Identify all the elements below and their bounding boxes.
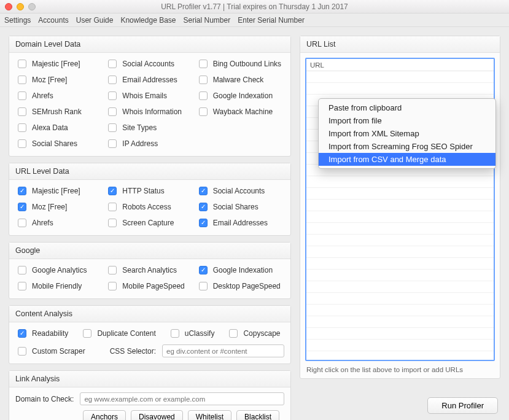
maximize-icon[interactable] — [28, 3, 36, 10]
ctx-import-from-screaming-frog-seo-spider[interactable]: Import from Screaming Frog SEO Spider — [319, 140, 495, 153]
checkbox-url-social-accounts[interactable]: Social Accounts — [196, 185, 284, 197]
domain-to-check-input[interactable] — [80, 392, 284, 405]
menu-settings[interactable]: Settings — [4, 16, 31, 25]
panel-domain-level: Domain Level Data Majestic [Free]Social … — [9, 36, 291, 157]
url-row[interactable] — [306, 305, 494, 316]
menu-enter-serial-number[interactable]: Enter Serial Number — [238, 16, 305, 25]
checkbox-label: SEMrush Rank — [32, 107, 82, 116]
panel-url-list: URL List URL Right click on the list abo… — [300, 36, 500, 379]
checkbox-label: Moz [Free] — [32, 203, 67, 211]
checkbox-domain-whois-emails[interactable]: Whois Emails — [106, 90, 193, 102]
button-disavowed[interactable]: Disavowed — [131, 410, 183, 420]
checkbox-domain-alexa-data[interactable]: Alexa Data — [15, 122, 103, 134]
checkbox-label: Whois Emails — [122, 91, 167, 100]
checkbox-domain-ip-address[interactable]: IP Address — [106, 138, 193, 150]
panel-url-level: URL Level Data Majestic [Free]HTTP Statu… — [9, 163, 291, 236]
checkbox-domain-bing-outbound-links[interactable]: Bing Outbound Links — [196, 58, 284, 70]
checkbox-google-mobile-pagespeed[interactable]: Mobile PageSpeed — [106, 280, 193, 292]
url-row[interactable] — [306, 340, 494, 351]
panel-google: Google Google AnalyticsSearch AnalyticsG… — [9, 242, 291, 299]
domain-to-check-label: Domain to Check: — [15, 395, 74, 403]
menu-serial-number[interactable]: Serial Number — [184, 16, 231, 25]
checkbox-google-google-indexation[interactable]: Google Indexation — [196, 264, 284, 276]
checkbox-google-search-analytics[interactable]: Search Analytics — [106, 264, 193, 276]
checkbox-url-moz-free[interactable]: Moz [Free] — [15, 201, 103, 213]
context-menu[interactable]: Paste from clipboardImport from fileImpo… — [318, 98, 496, 169]
checkbox-label: IP Address — [122, 139, 158, 148]
checkbox-url-screen-capture[interactable]: Screen Capture — [106, 217, 193, 229]
menu-accounts[interactable]: Accounts — [38, 16, 68, 25]
css-selector-input[interactable] — [162, 344, 284, 357]
url-row[interactable] — [306, 211, 494, 223]
url-row[interactable] — [306, 281, 494, 293]
checkbox-label: Desktop PageSpeed — [213, 282, 281, 290]
url-row[interactable] — [306, 235, 494, 246]
checkbox-content-uclassify[interactable]: uClassify — [168, 327, 215, 340]
checkbox-url-social-shares[interactable]: Social Shares — [196, 201, 284, 213]
checkbox-label: Screen Capture — [122, 219, 174, 227]
url-row[interactable] — [306, 351, 494, 361]
checkbox-content-copyscape[interactable]: Copyscape — [227, 327, 280, 340]
close-icon[interactable] — [5, 3, 12, 10]
checkbox-custom-scraper[interactable]: Custom Scraper — [15, 345, 85, 357]
checkbox-domain-site-types[interactable]: Site Types — [106, 122, 193, 134]
button-anchors[interactable]: Anchors — [83, 410, 126, 420]
panel-google-title: Google — [9, 243, 290, 259]
checkbox-label: Duplicate Content — [97, 329, 155, 338]
checkbox-domain-social-accounts[interactable]: Social Accounts — [106, 58, 193, 70]
button-whitelist[interactable]: Whitelist — [188, 410, 231, 420]
url-row[interactable] — [306, 270, 494, 281]
window-title: URL Profiler v1.77 | Trial expires on Th… — [5, 2, 504, 11]
url-row[interactable] — [306, 293, 494, 305]
menu-user-guide[interactable]: User Guide — [76, 16, 114, 25]
url-row[interactable] — [306, 83, 494, 95]
url-row[interactable] — [306, 176, 494, 188]
minimize-icon[interactable] — [17, 3, 24, 10]
menubar: Settings Accounts User Guide Knowledge B… — [0, 14, 509, 27]
checkbox-domain-majestic-free[interactable]: Majestic [Free] — [15, 58, 103, 70]
checkbox-label: Google Indexation — [213, 91, 273, 100]
checkbox-label: Search Analytics — [122, 266, 177, 274]
menu-knowledge-base[interactable]: Knowledge Base — [120, 16, 176, 25]
url-row[interactable] — [306, 200, 494, 211]
checkbox-url-robots-access[interactable]: Robots Access — [106, 201, 193, 213]
url-row[interactable] — [306, 188, 494, 200]
url-row[interactable] — [306, 71, 494, 83]
checkbox-domain-social-shares[interactable]: Social Shares — [15, 138, 103, 150]
ctx-paste-from-clipboard[interactable]: Paste from clipboard — [319, 101, 495, 114]
url-row[interactable] — [306, 223, 494, 235]
checkbox-google-mobile-friendly[interactable]: Mobile Friendly — [15, 280, 103, 292]
ctx-import-from-file[interactable]: Import from file — [319, 114, 495, 127]
checkbox-label: uClassify — [185, 329, 215, 338]
checkbox-domain-ahrefs[interactable]: Ahrefs — [15, 90, 103, 102]
checkbox-domain-semrush-rank[interactable]: SEMrush Rank — [15, 106, 103, 118]
button-blacklist[interactable]: Blacklist — [236, 410, 279, 420]
checkbox-url-ahrefs[interactable]: Ahrefs — [15, 217, 103, 229]
url-row[interactable] — [306, 316, 494, 328]
checkbox-url-http-status[interactable]: HTTP Status — [106, 185, 193, 197]
checkbox-label: Majestic [Free] — [32, 187, 80, 195]
checkbox-domain-wayback-machine[interactable]: Wayback Machine — [196, 106, 284, 118]
ctx-import-from-xml-sitemap[interactable]: Import from XML Sitemap — [319, 127, 495, 140]
checkbox-url-email-addresses[interactable]: Email Addresses — [196, 217, 284, 229]
checkbox-label: Majestic [Free] — [32, 60, 80, 68]
checkbox-content-duplicate-content[interactable]: Duplicate Content — [80, 327, 155, 340]
run-profiler-button[interactable]: Run Profiler — [427, 397, 498, 414]
url-row[interactable] — [306, 258, 494, 270]
traffic-lights — [5, 3, 36, 10]
checkbox-content-readability[interactable]: Readability — [15, 327, 68, 340]
panel-link-analysis: Link Analysis Domain to Check: AnchorsDi… — [9, 370, 291, 420]
url-row[interactable] — [306, 246, 494, 258]
checkbox-domain-moz-free[interactable]: Moz [Free] — [15, 74, 103, 86]
checkbox-label: Wayback Machine — [213, 107, 273, 116]
checkbox-label: HTTP Status — [122, 187, 164, 195]
url-row[interactable] — [306, 328, 494, 340]
checkbox-domain-google-indexation[interactable]: Google Indexation — [196, 90, 284, 102]
checkbox-google-desktop-pagespeed[interactable]: Desktop PageSpeed — [196, 280, 284, 292]
checkbox-google-google-analytics[interactable]: Google Analytics — [15, 264, 103, 276]
checkbox-domain-email-addresses[interactable]: Email Addresses — [106, 74, 193, 86]
checkbox-domain-malware-check[interactable]: Malware Check — [196, 74, 284, 86]
ctx-import-from-csv-and-merge-data[interactable]: Import from CSV and Merge data — [319, 153, 495, 166]
checkbox-url-majestic-free[interactable]: Majestic [Free] — [15, 185, 103, 197]
checkbox-domain-whois-information[interactable]: Whois Information — [106, 106, 193, 118]
